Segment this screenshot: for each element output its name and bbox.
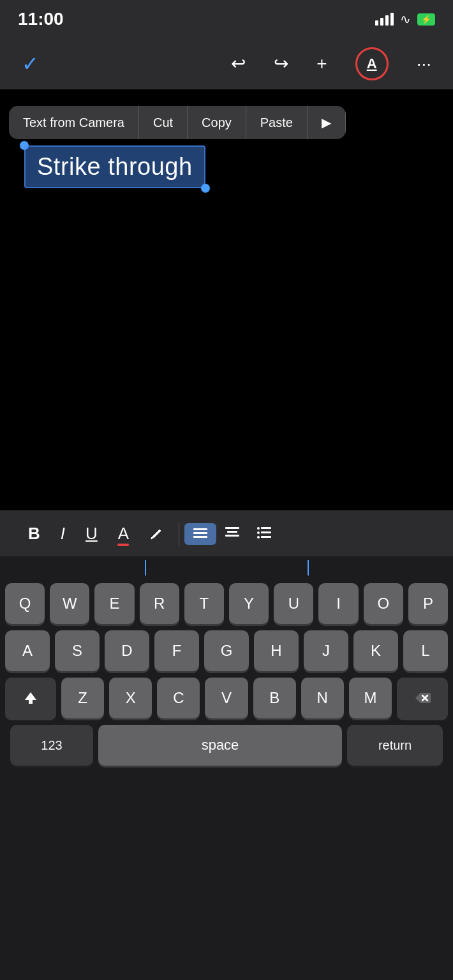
- svg-rect-9: [261, 531, 271, 533]
- key-rows: Q W E R T Y U I O P A S D F G H J K L: [0, 579, 453, 769]
- key-i[interactable]: I: [318, 583, 358, 624]
- key-m[interactable]: M: [349, 678, 392, 718]
- undo-button[interactable]: ↩: [227, 49, 249, 78]
- key-t[interactable]: T: [184, 583, 224, 624]
- context-text-from-camera[interactable]: Text from Camera: [9, 106, 139, 139]
- svg-marker-12: [25, 692, 36, 704]
- signal-icon: [375, 13, 394, 26]
- key-row-1: Q W E R T Y U I O P: [5, 583, 448, 624]
- keyboard-top-line: [0, 556, 453, 579]
- status-bar: 11:00 ∿ ⚡: [0, 0, 453, 38]
- context-menu: Text from Camera Cut Copy Paste ▶: [9, 106, 346, 139]
- shift-button[interactable]: [5, 678, 56, 718]
- battery-icon: ⚡: [417, 13, 435, 26]
- cursor-left: [145, 560, 146, 575]
- key-w[interactable]: W: [50, 583, 89, 624]
- svg-rect-4: [227, 531, 237, 533]
- key-row-bottom: 123 space return: [5, 725, 448, 766]
- key-j[interactable]: J: [304, 630, 348, 671]
- add-button[interactable]: +: [313, 50, 330, 78]
- editor-area[interactable]: Text from Camera Cut Copy Paste ▶ Strike…: [0, 89, 453, 510]
- svg-rect-3: [225, 527, 239, 529]
- key-f[interactable]: F: [154, 630, 199, 671]
- context-copy[interactable]: Copy: [188, 106, 246, 139]
- redo-button[interactable]: ↪: [270, 49, 292, 78]
- key-s[interactable]: S: [55, 630, 100, 671]
- key-z[interactable]: Z: [61, 678, 104, 718]
- key-o[interactable]: O: [364, 583, 403, 624]
- svg-point-10: [257, 536, 260, 538]
- svg-point-8: [257, 531, 260, 534]
- key-k[interactable]: K: [353, 630, 398, 671]
- context-cut[interactable]: Cut: [139, 106, 188, 139]
- key-d[interactable]: D: [105, 630, 149, 671]
- selected-text-wrapper: Strike through: [24, 145, 205, 188]
- confirm-button[interactable]: ✓: [18, 48, 43, 80]
- svg-rect-2: [193, 536, 207, 538]
- key-q[interactable]: Q: [5, 583, 45, 624]
- key-n[interactable]: N: [301, 678, 344, 718]
- main-toolbar: ✓ ↩ ↪ + A ···: [0, 38, 453, 89]
- svg-rect-0: [193, 528, 207, 530]
- context-paste[interactable]: Paste: [246, 106, 308, 139]
- keyboard-area: Q W E R T Y U I O P A S D F G H J K L: [0, 556, 453, 980]
- font-button[interactable]: A: [352, 43, 392, 84]
- pencil-button[interactable]: [139, 522, 174, 546]
- key-b[interactable]: B: [253, 678, 296, 718]
- key-l[interactable]: L: [403, 630, 448, 671]
- key-v[interactable]: V: [205, 678, 248, 718]
- delete-button[interactable]: [397, 678, 448, 718]
- key-row-2: A S D F G H J K L: [5, 630, 448, 671]
- list-button[interactable]: [248, 521, 280, 547]
- key-g[interactable]: G: [204, 630, 249, 671]
- key-row-3: Z X C V B N M: [5, 678, 448, 718]
- key-y[interactable]: Y: [229, 583, 269, 624]
- selected-text[interactable]: Strike through: [24, 145, 205, 188]
- cursor-right: [308, 560, 309, 575]
- italic-button[interactable]: I: [50, 519, 75, 549]
- key-a[interactable]: A: [5, 630, 50, 671]
- key-x[interactable]: X: [109, 678, 152, 718]
- status-icons: ∿ ⚡: [375, 11, 435, 27]
- align-center-button[interactable]: [216, 521, 248, 547]
- align-left-button[interactable]: [184, 523, 216, 545]
- text-color-button[interactable]: A: [108, 519, 139, 549]
- space-button[interactable]: space: [98, 725, 342, 766]
- return-button[interactable]: return: [347, 725, 443, 766]
- more-button[interactable]: ···: [413, 50, 435, 78]
- format-toolbar: B I U A: [0, 510, 453, 556]
- key-c[interactable]: C: [157, 678, 200, 718]
- svg-rect-5: [225, 535, 239, 537]
- context-more-arrow[interactable]: ▶: [308, 106, 346, 139]
- svg-rect-7: [261, 527, 271, 529]
- numbers-button[interactable]: 123: [10, 725, 93, 766]
- format-divider: [179, 523, 179, 546]
- svg-point-6: [257, 527, 260, 530]
- svg-rect-1: [193, 532, 207, 534]
- key-e[interactable]: E: [94, 583, 134, 624]
- key-u[interactable]: U: [274, 583, 313, 624]
- font-icon: A: [367, 56, 377, 72]
- status-time: 11:00: [18, 9, 64, 29]
- svg-rect-11: [261, 536, 271, 538]
- key-h[interactable]: H: [254, 630, 299, 671]
- bold-button[interactable]: B: [18, 519, 50, 549]
- key-r[interactable]: R: [140, 583, 179, 624]
- key-p[interactable]: P: [408, 583, 448, 624]
- underline-button[interactable]: U: [75, 519, 108, 549]
- wifi-icon: ∿: [400, 11, 411, 27]
- selection-handle-bottom[interactable]: [201, 184, 210, 193]
